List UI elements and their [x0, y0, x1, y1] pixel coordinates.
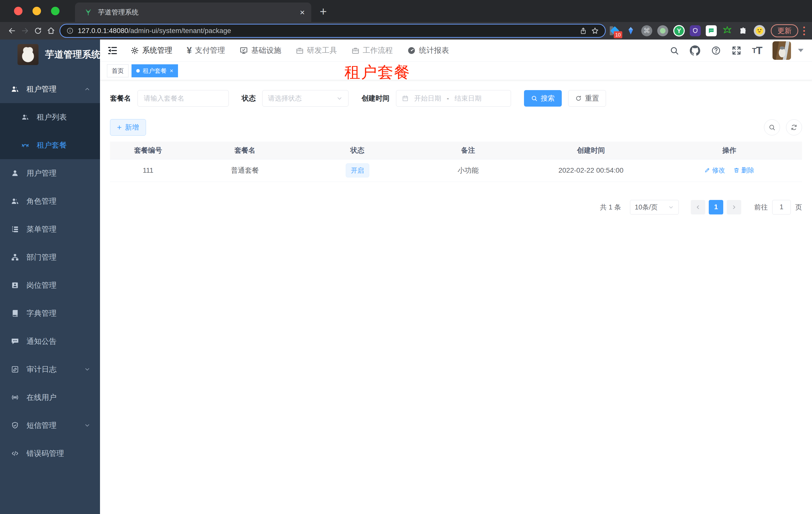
filter-label: 套餐名 [110, 93, 131, 103]
book-icon [10, 309, 20, 317]
extension-command-icon[interactable]: ⌘ [641, 25, 652, 36]
col-actions: 操作 [657, 142, 802, 159]
top-menu-system[interactable]: 系统管理 [130, 45, 172, 56]
reset-button-label: 重置 [585, 93, 599, 103]
sidebar-item-audit-log[interactable]: 审计日志 [0, 355, 100, 383]
extension-puzzle-icon[interactable] [738, 25, 749, 36]
page-size-value: 10条/页 [635, 203, 658, 212]
trash-icon [733, 167, 740, 173]
tree-list-icon [10, 225, 20, 233]
org-tree-icon [10, 253, 20, 261]
current-page-button[interactable]: 1 [709, 200, 723, 214]
date-range-picker[interactable]: 开始日期 - 结束日期 [396, 90, 511, 107]
extension-emoji-icon[interactable] [754, 25, 765, 36]
user-icon [10, 169, 20, 177]
forward-icon[interactable] [19, 24, 31, 37]
top-menu-workflow[interactable]: 工作流程 [351, 45, 393, 56]
extension-star-icon[interactable] [722, 25, 733, 36]
sidebar-item-tenant-package[interactable]: 租户套餐 [0, 131, 100, 159]
filter-label: 状态 [242, 93, 256, 103]
browser-tab[interactable]: 芋道管理系统 × [75, 2, 311, 22]
extension-gem-icon[interactable] [625, 25, 636, 36]
delete-link-label: 删除 [741, 166, 754, 175]
extension-y-icon[interactable]: Y [673, 25, 685, 36]
tag-close-icon[interactable]: × [170, 67, 173, 74]
sidebar-item-menu-management[interactable]: 菜单管理 [0, 215, 100, 243]
sidebar-item-label: 通知公告 [27, 336, 90, 347]
close-window-button[interactable] [14, 7, 23, 15]
sidebar-item-dict-management[interactable]: 字典管理 [0, 299, 100, 327]
avatar-caret-icon[interactable] [798, 49, 804, 52]
page-size-select[interactable]: 10条/页 [630, 200, 679, 214]
home-icon[interactable] [45, 24, 58, 37]
peoples-icon [21, 141, 30, 150]
tag-home[interactable]: 首页 [107, 64, 128, 77]
top-menu-pay[interactable]: ¥ 支付管理 [187, 45, 225, 56]
add-button[interactable]: + 新增 [110, 119, 146, 136]
sidebar-item-user-management[interactable]: 用户管理 [0, 159, 100, 187]
new-tab-button[interactable]: + [320, 5, 327, 18]
top-menu-dev-tools[interactable]: 研发工具 [296, 45, 337, 56]
top-menu-label: 工作流程 [363, 45, 393, 56]
extension-chat-icon[interactable] [706, 25, 717, 36]
extension-badge: 10 [614, 31, 622, 38]
search-icon[interactable] [669, 46, 679, 55]
sidebar-item-error-code[interactable]: 错误码管理 [0, 439, 100, 467]
reload-icon[interactable] [31, 24, 45, 37]
jump-page-input[interactable] [772, 200, 791, 214]
sidebar-item-label: 租户套餐 [37, 140, 90, 151]
minimize-window-button[interactable] [32, 7, 41, 15]
package-name-input[interactable] [138, 90, 229, 107]
sidebar-item-dept-management[interactable]: 部门管理 [0, 243, 100, 271]
address-bar[interactable]: 127.0.0.1:48080/admin-ui/system/tenant/p… [59, 24, 606, 38]
bookmark-star-icon[interactable] [591, 27, 599, 35]
extension-gray-dot-icon[interactable] [657, 25, 668, 36]
yen-icon: ¥ [187, 45, 192, 56]
sidebar-item-notice[interactable]: 通知公告 [0, 327, 100, 355]
chevron-down-icon [336, 95, 343, 102]
sidebar-collapse-icon[interactable] [106, 44, 119, 58]
sidebar-item-tenant-list[interactable]: 租户列表 [0, 103, 100, 131]
sidebar-item-post-management[interactable]: 岗位管理 [0, 271, 100, 299]
tag-tenant-package[interactable]: 租户套餐 × [132, 64, 178, 77]
maximize-window-button[interactable] [51, 7, 59, 15]
show-search-toggle-button[interactable] [764, 119, 780, 135]
edit-link[interactable]: 修改 [704, 166, 725, 175]
delete-link[interactable]: 删除 [733, 166, 754, 175]
reset-button[interactable]: 重置 [568, 90, 606, 107]
sidebar-item-label: 部门管理 [27, 252, 90, 263]
package-table: 套餐编号 套餐名 状态 备注 创建时间 操作 111 普通套餐 [110, 142, 802, 182]
status-badge[interactable]: 开启 [346, 163, 369, 178]
share-icon[interactable] [580, 27, 587, 34]
top-menu-report[interactable]: 统计报表 [407, 45, 449, 56]
tab-title: 芋道管理系统 [98, 8, 294, 17]
sidebar-item-online-users[interactable]: 在线用户 [0, 383, 100, 411]
back-icon[interactable] [5, 24, 19, 37]
sidebar-item-tenant-management[interactable]: 租户管理 [0, 75, 100, 103]
extension-shield-icon[interactable] [690, 25, 701, 36]
status-select[interactable]: 请选择状态 [262, 90, 348, 107]
cell-remark: 小功能 [411, 159, 525, 182]
tab-close-icon[interactable]: × [300, 8, 305, 17]
help-icon[interactable] [711, 46, 721, 56]
edit-log-icon [10, 366, 20, 373]
next-page-button[interactable] [727, 200, 741, 214]
extension-diamond-icon[interactable]: 10 [609, 25, 620, 36]
site-info-icon[interactable] [66, 27, 74, 34]
browser-menu-icon[interactable] [803, 27, 805, 35]
font-size-icon[interactable]: TT [752, 45, 762, 57]
github-icon[interactable] [690, 45, 700, 56]
sidebar-item-role-management[interactable]: 角色管理 [0, 187, 100, 215]
prev-page-button[interactable] [691, 200, 705, 214]
add-button-label: 新增 [125, 123, 139, 132]
search-button[interactable]: 搜索 [524, 90, 562, 107]
filter-create-time: 创建时间 开始日期 - 结束日期 [361, 90, 511, 107]
user-avatar[interactable] [773, 41, 791, 60]
fullscreen-icon[interactable] [731, 46, 742, 56]
sidebar-item-sms-management[interactable]: 短信管理 [0, 411, 100, 439]
top-menu-infra[interactable]: 基础设施 [239, 45, 281, 56]
col-package-id: 套餐编号 [110, 142, 186, 159]
browser-update-button[interactable]: 更新 [771, 24, 798, 37]
refresh-table-button[interactable] [786, 119, 802, 135]
sidebar-item-label: 角色管理 [27, 196, 90, 207]
